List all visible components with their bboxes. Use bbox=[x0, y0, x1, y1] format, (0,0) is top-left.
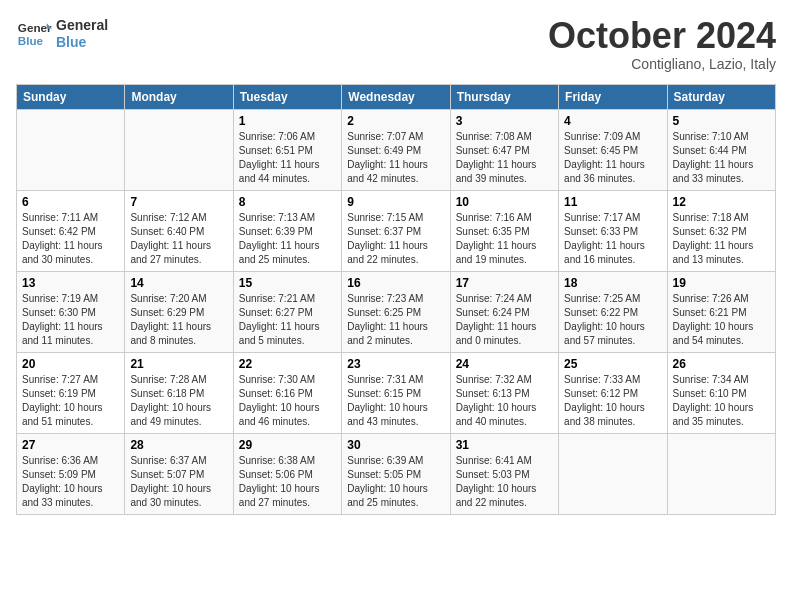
day-number: 19 bbox=[673, 276, 770, 290]
day-header-sunday: Sunday bbox=[17, 84, 125, 109]
cell-info: Daylight: 10 hours and 33 minutes. bbox=[22, 482, 119, 510]
cell-info: Daylight: 10 hours and 25 minutes. bbox=[347, 482, 444, 510]
cell-info: Sunrise: 7:27 AM bbox=[22, 373, 119, 387]
location: Contigliano, Lazio, Italy bbox=[548, 56, 776, 72]
calendar-table: SundayMondayTuesdayWednesdayThursdayFrid… bbox=[16, 84, 776, 515]
calendar-cell: 3Sunrise: 7:08 AMSunset: 6:47 PMDaylight… bbox=[450, 109, 558, 190]
calendar-cell: 5Sunrise: 7:10 AMSunset: 6:44 PMDaylight… bbox=[667, 109, 775, 190]
day-number: 2 bbox=[347, 114, 444, 128]
day-number: 22 bbox=[239, 357, 336, 371]
cell-info: Sunset: 6:44 PM bbox=[673, 144, 770, 158]
cell-info: Sunrise: 6:36 AM bbox=[22, 454, 119, 468]
logo-icon: General Blue bbox=[16, 16, 52, 52]
calendar-header-row: SundayMondayTuesdayWednesdayThursdayFrid… bbox=[17, 84, 776, 109]
day-number: 25 bbox=[564, 357, 661, 371]
cell-info: Sunset: 6:35 PM bbox=[456, 225, 553, 239]
cell-info: Daylight: 10 hours and 43 minutes. bbox=[347, 401, 444, 429]
cell-info: Daylight: 10 hours and 27 minutes. bbox=[239, 482, 336, 510]
calendar-cell: 14Sunrise: 7:20 AMSunset: 6:29 PMDayligh… bbox=[125, 271, 233, 352]
cell-info: Sunset: 6:49 PM bbox=[347, 144, 444, 158]
day-number: 6 bbox=[22, 195, 119, 209]
day-number: 23 bbox=[347, 357, 444, 371]
cell-info: Sunset: 6:15 PM bbox=[347, 387, 444, 401]
calendar-cell bbox=[667, 433, 775, 514]
cell-info: Sunrise: 7:07 AM bbox=[347, 130, 444, 144]
cell-info: Daylight: 10 hours and 35 minutes. bbox=[673, 401, 770, 429]
cell-info: Daylight: 11 hours and 30 minutes. bbox=[22, 239, 119, 267]
day-header-wednesday: Wednesday bbox=[342, 84, 450, 109]
cell-info: Daylight: 10 hours and 40 minutes. bbox=[456, 401, 553, 429]
calendar-cell: 25Sunrise: 7:33 AMSunset: 6:12 PMDayligh… bbox=[559, 352, 667, 433]
day-number: 24 bbox=[456, 357, 553, 371]
cell-info: Daylight: 11 hours and 2 minutes. bbox=[347, 320, 444, 348]
cell-info: Sunrise: 7:09 AM bbox=[564, 130, 661, 144]
day-number: 17 bbox=[456, 276, 553, 290]
cell-info: Daylight: 10 hours and 38 minutes. bbox=[564, 401, 661, 429]
day-header-tuesday: Tuesday bbox=[233, 84, 341, 109]
calendar-cell: 11Sunrise: 7:17 AMSunset: 6:33 PMDayligh… bbox=[559, 190, 667, 271]
cell-info: Sunset: 6:45 PM bbox=[564, 144, 661, 158]
calendar-cell: 2Sunrise: 7:07 AMSunset: 6:49 PMDaylight… bbox=[342, 109, 450, 190]
day-number: 5 bbox=[673, 114, 770, 128]
page-header: General Blue General Blue October 2024 C… bbox=[16, 16, 776, 72]
cell-info: Daylight: 10 hours and 30 minutes. bbox=[130, 482, 227, 510]
calendar-cell: 18Sunrise: 7:25 AMSunset: 6:22 PMDayligh… bbox=[559, 271, 667, 352]
month-title: October 2024 bbox=[548, 16, 776, 56]
day-number: 26 bbox=[673, 357, 770, 371]
cell-info: Daylight: 10 hours and 49 minutes. bbox=[130, 401, 227, 429]
cell-info: Sunrise: 7:11 AM bbox=[22, 211, 119, 225]
cell-info: Sunrise: 7:32 AM bbox=[456, 373, 553, 387]
cell-info: Sunset: 6:29 PM bbox=[130, 306, 227, 320]
cell-info: Sunset: 6:37 PM bbox=[347, 225, 444, 239]
cell-info: Sunrise: 6:38 AM bbox=[239, 454, 336, 468]
logo: General Blue General Blue bbox=[16, 16, 108, 52]
day-number: 3 bbox=[456, 114, 553, 128]
day-header-thursday: Thursday bbox=[450, 84, 558, 109]
cell-info: Sunrise: 6:41 AM bbox=[456, 454, 553, 468]
cell-info: Sunset: 6:30 PM bbox=[22, 306, 119, 320]
cell-info: Sunrise: 7:16 AM bbox=[456, 211, 553, 225]
svg-text:Blue: Blue bbox=[18, 34, 44, 47]
cell-info: Sunrise: 7:31 AM bbox=[347, 373, 444, 387]
calendar-cell bbox=[125, 109, 233, 190]
cell-info: Sunrise: 7:26 AM bbox=[673, 292, 770, 306]
calendar-week-row: 6Sunrise: 7:11 AMSunset: 6:42 PMDaylight… bbox=[17, 190, 776, 271]
calendar-cell: 31Sunrise: 6:41 AMSunset: 5:03 PMDayligh… bbox=[450, 433, 558, 514]
cell-info: Sunset: 6:40 PM bbox=[130, 225, 227, 239]
day-header-saturday: Saturday bbox=[667, 84, 775, 109]
cell-info: Daylight: 11 hours and 44 minutes. bbox=[239, 158, 336, 186]
cell-info: Daylight: 11 hours and 5 minutes. bbox=[239, 320, 336, 348]
calendar-cell: 27Sunrise: 6:36 AMSunset: 5:09 PMDayligh… bbox=[17, 433, 125, 514]
calendar-cell: 9Sunrise: 7:15 AMSunset: 6:37 PMDaylight… bbox=[342, 190, 450, 271]
day-number: 21 bbox=[130, 357, 227, 371]
cell-info: Sunrise: 7:08 AM bbox=[456, 130, 553, 144]
day-number: 15 bbox=[239, 276, 336, 290]
day-number: 7 bbox=[130, 195, 227, 209]
day-header-friday: Friday bbox=[559, 84, 667, 109]
calendar-week-row: 27Sunrise: 6:36 AMSunset: 5:09 PMDayligh… bbox=[17, 433, 776, 514]
calendar-cell: 15Sunrise: 7:21 AMSunset: 6:27 PMDayligh… bbox=[233, 271, 341, 352]
calendar-cell: 8Sunrise: 7:13 AMSunset: 6:39 PMDaylight… bbox=[233, 190, 341, 271]
calendar-cell: 21Sunrise: 7:28 AMSunset: 6:18 PMDayligh… bbox=[125, 352, 233, 433]
cell-info: Sunset: 6:22 PM bbox=[564, 306, 661, 320]
cell-info: Sunset: 6:27 PM bbox=[239, 306, 336, 320]
cell-info: Sunset: 6:33 PM bbox=[564, 225, 661, 239]
cell-info: Daylight: 10 hours and 57 minutes. bbox=[564, 320, 661, 348]
cell-info: Sunset: 6:16 PM bbox=[239, 387, 336, 401]
cell-info: Sunset: 6:13 PM bbox=[456, 387, 553, 401]
cell-info: Sunset: 6:21 PM bbox=[673, 306, 770, 320]
calendar-cell: 16Sunrise: 7:23 AMSunset: 6:25 PMDayligh… bbox=[342, 271, 450, 352]
cell-info: Sunset: 5:07 PM bbox=[130, 468, 227, 482]
cell-info: Sunset: 6:51 PM bbox=[239, 144, 336, 158]
calendar-cell bbox=[17, 109, 125, 190]
cell-info: Daylight: 11 hours and 36 minutes. bbox=[564, 158, 661, 186]
calendar-cell: 7Sunrise: 7:12 AMSunset: 6:40 PMDaylight… bbox=[125, 190, 233, 271]
calendar-cell: 30Sunrise: 6:39 AMSunset: 5:05 PMDayligh… bbox=[342, 433, 450, 514]
calendar-cell: 4Sunrise: 7:09 AMSunset: 6:45 PMDaylight… bbox=[559, 109, 667, 190]
cell-info: Sunrise: 7:20 AM bbox=[130, 292, 227, 306]
day-number: 4 bbox=[564, 114, 661, 128]
calendar-cell: 28Sunrise: 6:37 AMSunset: 5:07 PMDayligh… bbox=[125, 433, 233, 514]
day-number: 11 bbox=[564, 195, 661, 209]
cell-info: Daylight: 11 hours and 11 minutes. bbox=[22, 320, 119, 348]
calendar-cell: 17Sunrise: 7:24 AMSunset: 6:24 PMDayligh… bbox=[450, 271, 558, 352]
